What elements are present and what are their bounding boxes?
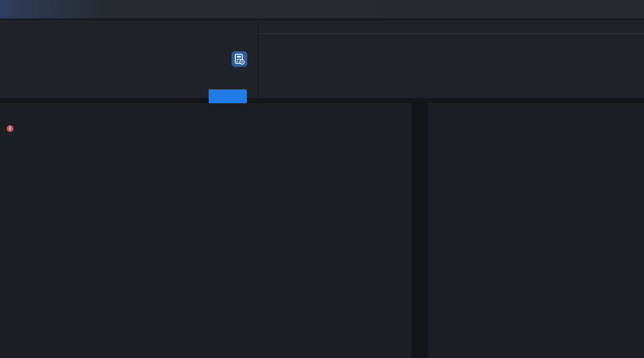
- market-valuation-title: [258, 20, 644, 34]
- chart-panel: i: [0, 103, 412, 358]
- topbar: [0, 0, 644, 19]
- risk-indicator-table: [428, 103, 644, 358]
- bond-info-panel: [0, 20, 258, 98]
- price-yield-chart[interactable]: [0, 136, 412, 358]
- bond-detail-screen: i: [0, 0, 644, 358]
- calculator-button[interactable]: [232, 51, 247, 67]
- add-watchlist-button[interactable]: [209, 89, 247, 103]
- calculator-icon: [233, 53, 246, 65]
- chart-notice: i: [7, 125, 16, 132]
- market-valuation-panel: [258, 20, 644, 98]
- info-icon: i: [7, 125, 13, 132]
